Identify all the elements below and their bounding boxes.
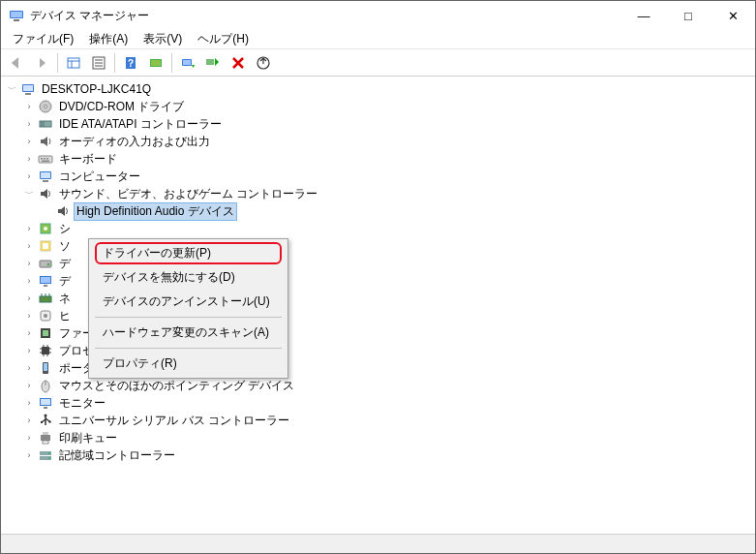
toolbar-forward-button[interactable] — [30, 51, 53, 75]
mouse-icon — [38, 378, 53, 393]
tree-node-label: ユニバーサル シリアル バス コントローラー — [57, 413, 291, 429]
printq-icon — [38, 430, 53, 446]
svg-rect-1 — [11, 12, 22, 17]
svg-rect-15 — [183, 60, 191, 65]
svg-text:?: ? — [128, 58, 134, 69]
expand-icon[interactable]: › — [22, 431, 36, 445]
context-menu-item[interactable]: ハードウェア変更のスキャン(A) — [91, 321, 286, 345]
svg-rect-20 — [25, 93, 31, 95]
tree-category-node[interactable]: ›DVD/CD-ROM ドライブ — [22, 98, 751, 115]
tree-category-node[interactable]: ›オーディオの入力および出力 — [22, 133, 751, 150]
tree-category-node[interactable]: ›マウスとそのほかのポインティング デバイス — [22, 377, 751, 394]
usb-icon — [38, 413, 53, 428]
hid-icon — [38, 308, 53, 323]
device-tree-pane[interactable]: ﹀ DESKTOP-LJKC41Q ›DVD/CD-ROM ドライブ›IDE A… — [1, 77, 755, 534]
monitor-icon — [38, 395, 53, 411]
tree-node-label: オーディオの入力および出力 — [57, 134, 212, 150]
toolbar-disable-device-button[interactable] — [252, 51, 275, 75]
menu-help[interactable]: ヘルプ(H) — [190, 29, 257, 49]
tree-root-node[interactable]: ﹀ DESKTOP-LJKC41Q — [5, 80, 751, 98]
expand-icon[interactable]: › — [22, 309, 36, 323]
expand-icon[interactable]: › — [22, 292, 36, 305]
expand-icon[interactable]: › — [22, 169, 36, 183]
expand-icon[interactable]: › — [22, 274, 36, 288]
tree-category-node[interactable]: ›シ — [22, 220, 751, 237]
toolbar: ? — [1, 49, 755, 77]
tree-category-node[interactable]: ›キーボード — [22, 150, 751, 168]
toolbar-back-button[interactable] — [5, 51, 28, 75]
disc-icon — [38, 99, 53, 114]
expand-icon[interactable]: › — [22, 152, 36, 166]
tree-category-node[interactable]: ›IDE ATA/ATAPI コントローラー — [22, 115, 751, 133]
menu-action[interactable]: 操作(A) — [81, 29, 136, 49]
tree-node-label: 印刷キュー — [57, 430, 119, 446]
system-icon — [38, 221, 53, 236]
minimize-button[interactable]: — — [621, 1, 666, 30]
expand-icon[interactable]: › — [22, 326, 36, 340]
tree-node-label: デ — [57, 256, 73, 272]
tree-category-node[interactable]: ›印刷キュー — [22, 429, 751, 446]
display-icon — [38, 273, 53, 289]
device-manager-window: デバイス マネージャー — □ ✕ ファイル(F) 操作(A) 表示(V) ヘル… — [0, 0, 756, 554]
toolbar-separator — [171, 53, 172, 73]
expand-icon[interactable]: › — [22, 448, 36, 462]
collapse-icon[interactable]: ﹀ — [22, 187, 36, 200]
computer-icon — [20, 81, 36, 97]
tree-device-node[interactable]: High Definition Audio デバイス — [40, 202, 751, 220]
tree-node-label: シ — [57, 221, 73, 237]
expand-icon[interactable]: › — [22, 344, 36, 357]
close-button[interactable]: ✕ — [711, 1, 755, 30]
tree-category-node[interactable]: ﹀サウンド、ビデオ、およびゲーム コントローラー — [22, 185, 751, 202]
expand-icon[interactable]: › — [22, 117, 36, 131]
tree-category-node[interactable]: ›モニター — [22, 394, 751, 412]
tree-node-label: キーボード — [57, 151, 119, 168]
toolbar-show-hide-console-button[interactable] — [62, 51, 85, 75]
expand-icon[interactable]: › — [22, 222, 36, 235]
firmware-icon — [38, 325, 53, 341]
context-menu-separator — [95, 348, 282, 349]
tree-category-node[interactable]: ›記憶域コントローラー — [22, 446, 751, 464]
tree-node-label: ソ — [57, 238, 73, 255]
app-icon — [9, 8, 24, 23]
menu-file[interactable]: ファイル(F) — [5, 29, 81, 49]
toolbar-help-button[interactable]: ? — [119, 51, 142, 75]
toolbar-uninstall-device-button[interactable] — [227, 51, 250, 75]
tree-node-label: コンピューター — [57, 169, 142, 185]
toolbar-scan-hardware-button[interactable] — [144, 51, 167, 75]
expand-icon[interactable]: › — [22, 257, 36, 270]
tree-node-label: モニター — [57, 395, 107, 412]
disk-icon — [38, 256, 53, 271]
toolbar-enable-device-button[interactable] — [201, 51, 225, 75]
expand-icon[interactable]: › — [22, 396, 36, 410]
toolbar-update-driver-button[interactable] — [176, 51, 199, 75]
tree-node-label: サウンド、ビデオ、およびゲーム コントローラー — [57, 186, 319, 202]
tree-node-label: IDE ATA/ATAPI コントローラー — [57, 116, 224, 133]
expand-icon[interactable]: › — [22, 414, 36, 427]
tree-node-label: ネ — [57, 291, 73, 307]
expand-icon[interactable]: › — [22, 100, 36, 113]
menu-bar: ファイル(F) 操作(A) 表示(V) ヘルプ(H) — [1, 30, 755, 49]
context-menu-item[interactable]: デバイスを無効にする(D) — [91, 265, 286, 290]
storage-icon — [38, 447, 53, 463]
expand-icon[interactable]: › — [22, 379, 36, 392]
maximize-button[interactable]: □ — [666, 1, 711, 30]
portable-icon — [38, 360, 53, 376]
expand-icon[interactable]: › — [22, 135, 36, 148]
computer-icon — [38, 169, 53, 184]
context-menu-item[interactable]: デバイスのアンインストール(U) — [91, 290, 286, 314]
sound-icon — [38, 186, 53, 201]
context-menu-item[interactable]: ドライバーの更新(P) — [91, 241, 286, 265]
context-menu-item[interactable]: プロパティ(R) — [91, 352, 286, 376]
svg-rect-16 — [206, 59, 214, 65]
expand-icon[interactable]: › — [22, 239, 36, 253]
tree-category-node[interactable]: ›コンピューター — [22, 168, 751, 185]
collapse-icon[interactable]: ﹀ — [5, 82, 18, 96]
tree-category-node[interactable]: ›ユニバーサル シリアル バス コントローラー — [22, 412, 751, 429]
expand-icon[interactable]: › — [22, 361, 36, 375]
menu-view[interactable]: 表示(V) — [136, 29, 190, 49]
tree-node-label: ヒ — [57, 308, 73, 324]
audioio-icon — [38, 134, 53, 149]
status-bar — [1, 534, 755, 553]
ide-icon — [38, 116, 53, 132]
toolbar-properties-button[interactable] — [87, 51, 110, 75]
